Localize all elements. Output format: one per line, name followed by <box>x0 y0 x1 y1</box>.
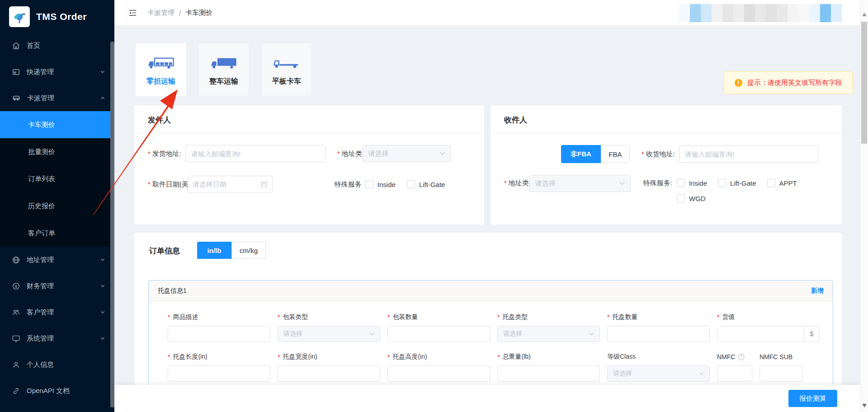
class-label: 等级Class <box>607 353 710 361</box>
alert-text: 提示：请使用英文填写所有字段 <box>747 79 842 87</box>
pallet-type-select[interactable]: 请选择 <box>497 326 600 342</box>
wgd-checkbox[interactable] <box>677 194 685 202</box>
pallet-type-label: *托盘类型 <box>497 313 600 321</box>
sender-address-type-select[interactable]: 请选择 <box>363 145 451 162</box>
tab-flatbed-truck[interactable]: 平板卡车 <box>261 43 312 96</box>
customers-icon <box>12 308 20 317</box>
tab-ltl-transport[interactable]: 零担运输 <box>136 43 186 96</box>
select-arrow-icon <box>699 372 704 375</box>
chevron-down-icon <box>100 283 105 289</box>
unit-inlb-option[interactable]: in/lb <box>197 242 231 259</box>
fba-toggle: 非FBA FBA <box>561 145 630 163</box>
redacted-user-info <box>679 4 842 22</box>
sidebar-item-customers[interactable]: 客户管理 <box>0 299 114 325</box>
nmfc-sub-input[interactable] <box>760 365 802 382</box>
sidebar-item-express[interactable]: 快递管理 <box>0 59 114 85</box>
recipient-address-type-select[interactable]: 请选择 <box>529 175 631 192</box>
logo-row[interactable]: TMS Order <box>0 0 114 33</box>
sidebar-scrollbar-thumb[interactable] <box>110 42 114 407</box>
sender-panel: 发件人 *发货地址: *地址类型 请选择 *取件日期(美 请选择日期 特殊服务 <box>134 105 484 225</box>
package-type-label: *包装类型 <box>278 313 380 321</box>
svg-text:?: ? <box>741 355 742 359</box>
cargo-value-input[interactable] <box>717 326 804 342</box>
truck-icon <box>12 94 21 103</box>
cargo-value-group: $ <box>717 326 820 342</box>
pallet-length-input[interactable] <box>168 365 270 382</box>
question-circle-icon[interactable]: ? <box>738 354 745 360</box>
hummingbird-logo-icon <box>9 6 30 27</box>
ltl-truck-icon <box>147 53 175 71</box>
sidebar-subitem-customer-orders[interactable]: 客户订单 <box>0 220 114 247</box>
pickup-date-input[interactable]: 请选择日期 <box>188 176 273 193</box>
system-icon <box>12 334 20 343</box>
select-arrow-icon <box>589 332 594 336</box>
footer-bar: 报价测算 <box>114 385 860 412</box>
liftgate-checkbox[interactable] <box>718 179 726 187</box>
select-arrow-icon <box>440 152 445 155</box>
user-icon <box>12 360 20 369</box>
collapse-menu-icon <box>128 9 137 17</box>
delivery-address-input[interactable] <box>679 145 818 163</box>
package-type-select[interactable]: 请选择 <box>278 326 380 342</box>
product-desc-input[interactable] <box>168 326 270 342</box>
recipient-service-appt: APPT <box>767 179 797 187</box>
sidebar-collapse-button[interactable] <box>128 9 137 17</box>
sender-special-service-label: 特殊服务 <box>335 180 362 189</box>
sidebar-item-home[interactable]: 首页 <box>0 33 114 59</box>
scrollbar-up-button[interactable] <box>862 13 867 16</box>
app-title: TMS Order <box>36 11 87 22</box>
pallet-qty-input[interactable] <box>607 326 710 342</box>
delivery-address-label: *收货地址: <box>642 150 675 159</box>
select-arrow-icon <box>369 332 374 336</box>
liftgate-checkbox[interactable] <box>407 180 415 188</box>
inside-checkbox[interactable] <box>677 179 685 187</box>
pallet-length-label: *托盘长度(in) <box>168 353 270 361</box>
non-fba-option[interactable]: 非FBA <box>561 145 601 163</box>
sidebar-item-finance[interactable]: $ 财务管理 <box>0 273 114 299</box>
tms-order-app: TMS Order 首页 快递管理 卡派管理 卡车测价 批量测价 订单列表 历史… <box>0 0 868 412</box>
unit-cmkg-option[interactable]: cm/kg <box>231 242 266 259</box>
sidebar-item-openapi-docs[interactable]: OpenAPI 文档 <box>0 378 114 404</box>
nmfc-input[interactable] <box>717 365 752 382</box>
chevron-down-icon <box>100 336 105 341</box>
package-qty-input[interactable] <box>387 326 490 342</box>
recipient-services-group: Inside Lift-Gate APPT WGD <box>677 175 826 202</box>
pallet-row2-fields: 请选择 <box>149 365 833 382</box>
fba-option[interactable]: FBA <box>601 145 630 163</box>
add-pallet-button[interactable]: 新增 <box>811 287 824 295</box>
package-qty-label: *包装数量 <box>387 313 490 321</box>
transport-type-tabs: 零担运输 整车运输 平板卡车 <box>136 43 312 96</box>
pallet-height-input[interactable] <box>387 365 490 382</box>
cargo-value-label: *货值 <box>717 313 820 321</box>
flatbed-truck-icon <box>273 53 301 71</box>
quote-calculate-button[interactable]: 报价测算 <box>788 390 837 407</box>
chevron-down-icon <box>100 309 105 315</box>
class-select[interactable]: 请选择 <box>607 365 710 382</box>
sidebar: TMS Order 首页 快递管理 卡派管理 卡车测价 批量测价 订单列表 历史… <box>0 0 114 412</box>
warning-icon <box>734 79 743 87</box>
sidebar-item-truck-dispatch[interactable]: 卡派管理 <box>0 85 114 111</box>
pallet-width-input[interactable] <box>278 365 380 382</box>
breadcrumb-section[interactable]: 卡派管理 <box>147 9 175 17</box>
select-arrow-icon <box>619 182 625 185</box>
ship-address-label: *发货地址: <box>148 150 181 158</box>
sidebar-subitem-order-list[interactable]: 订单列表 <box>0 165 114 192</box>
chevron-down-icon <box>100 69 105 75</box>
calendar-icon <box>260 181 268 188</box>
pickup-date-label: *取件日期(美 <box>148 180 189 189</box>
sidebar-item-profile[interactable]: 个人信息 <box>0 351 114 378</box>
total-weight-input[interactable] <box>497 365 600 382</box>
recipient-service-liftgate: Lift-Gate <box>718 179 756 187</box>
sidebar-item-system[interactable]: 系统管理 <box>0 325 114 351</box>
tab-ftl-transport[interactable]: 整车运输 <box>198 43 249 96</box>
sidebar-subitem-truck-pricing[interactable]: 卡车测价 <box>0 111 114 138</box>
sidebar-subitem-history-quotes[interactable]: 历史报价 <box>0 192 114 220</box>
inside-checkbox[interactable] <box>365 180 373 188</box>
appt-checkbox[interactable] <box>767 179 775 187</box>
ship-address-input[interactable] <box>185 145 326 162</box>
scrollbar-thumb[interactable] <box>861 22 867 144</box>
sidebar-subitem-batch-pricing[interactable]: 批量测价 <box>0 138 114 165</box>
scrollbar-down-button[interactable] <box>862 404 867 407</box>
sidebar-item-address[interactable]: 地址管理 <box>0 247 114 273</box>
page-scrollbar[interactable] <box>860 0 868 412</box>
